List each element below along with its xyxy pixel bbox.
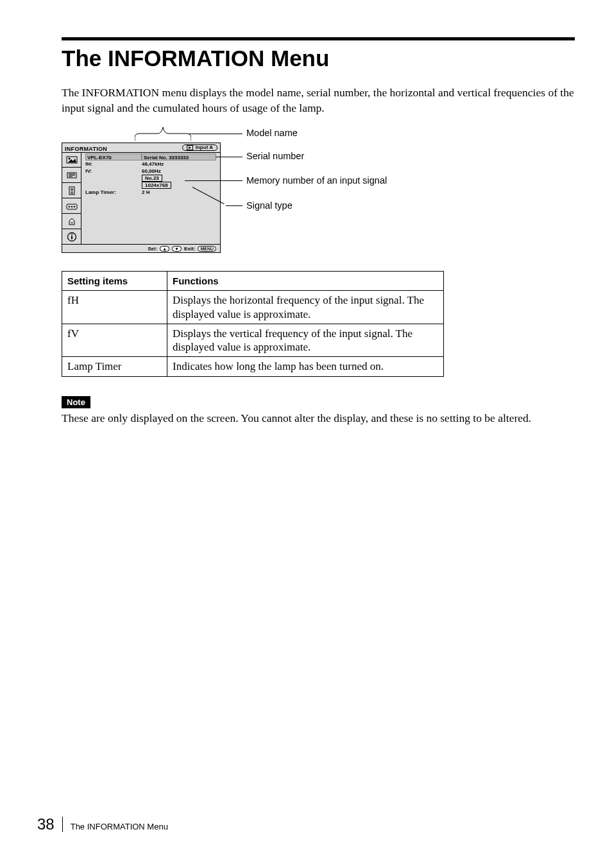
page-title: The INFORMATION Menu xyxy=(62,46,575,71)
page-number: 38 xyxy=(37,815,55,833)
picture-icon xyxy=(62,152,81,168)
table-header-functions: Functions xyxy=(167,272,444,291)
label-serial-number: Serial number xyxy=(246,151,304,161)
set-icon xyxy=(62,183,81,198)
osd-status-exit: Exit: xyxy=(184,246,195,252)
intro-paragraph: The INFORMATION menu displays the model … xyxy=(62,85,575,116)
osd-fv-label: fV: xyxy=(85,168,142,175)
note-text: These are only displayed on the screen. … xyxy=(62,411,575,426)
func-cell: Displays the vertical frequency of the i… xyxy=(167,324,444,357)
info-icon xyxy=(62,229,81,244)
menu-setting-icon xyxy=(62,198,81,214)
install-icon xyxy=(62,214,81,229)
svg-point-19 xyxy=(71,234,72,235)
label-memory-number: Memory number of an input signal xyxy=(246,175,387,186)
nav-down-icon: ▼ xyxy=(172,246,182,252)
table-row: fV Displays the vertical frequency of th… xyxy=(62,324,444,357)
svg-point-16 xyxy=(73,206,74,207)
svg-point-14 xyxy=(68,206,69,207)
note-badge: Note xyxy=(62,396,90,408)
table-row: Lamp Timer Indicates how long the lamp h… xyxy=(62,357,444,376)
osd-lamp-value: 2 H xyxy=(142,189,216,196)
label-model-name: Model name xyxy=(246,128,298,138)
osd-sidebar-icons xyxy=(62,152,81,244)
item-cell: fV xyxy=(62,324,167,357)
func-cell: Displays the horizontal frequency of the… xyxy=(167,291,444,324)
osd-serial: Serial No. 3333333 xyxy=(142,153,216,161)
svg-point-3 xyxy=(68,157,70,159)
osd-fh-label: fH: xyxy=(85,161,142,168)
page-footer: 38 The INFORMATION Menu xyxy=(37,815,168,833)
osd-mem-no: No.23 xyxy=(142,175,162,182)
item-cell: Lamp Timer xyxy=(62,357,167,376)
osd-input-pill: Input A xyxy=(182,144,217,151)
svg-point-15 xyxy=(71,206,72,207)
table-row: fH Displays the horizontal frequency of … xyxy=(62,291,444,324)
menu-pill: MENU xyxy=(198,246,216,252)
osd-fv-value: 60,00Hz xyxy=(142,168,216,175)
svg-marker-1 xyxy=(189,146,191,149)
osd-signal-type: 1024x768 xyxy=(142,182,171,189)
osd-status-sel: Sel: xyxy=(148,246,157,252)
svg-point-10 xyxy=(71,188,72,190)
table-header-items: Setting items xyxy=(62,272,167,291)
settings-table: Setting items Functions fH Displays the … xyxy=(62,271,444,376)
label-signal-type: Signal type xyxy=(246,200,293,211)
svg-rect-20 xyxy=(71,236,72,239)
item-cell: fH xyxy=(62,291,167,324)
running-title: The INFORMATION Menu xyxy=(71,822,168,831)
screen-icon xyxy=(62,168,81,183)
brace-icon xyxy=(135,126,191,143)
osd-fh-value: 48,47kHz xyxy=(142,161,216,168)
osd-window: INFORMATION Input A VPL-EX70 xyxy=(62,143,221,253)
osd-lamp-label: Lamp Timer: xyxy=(85,189,142,196)
func-cell: Indicates how long the lamp has been tur… xyxy=(167,357,444,376)
osd-header: INFORMATION xyxy=(65,146,107,152)
input-icon xyxy=(187,145,193,150)
osd-model: VPL-EX70 xyxy=(85,153,142,161)
osd-diagram: INFORMATION Input A VPL-EX70 xyxy=(62,130,575,253)
nav-up-icon: ▲ xyxy=(160,246,169,252)
